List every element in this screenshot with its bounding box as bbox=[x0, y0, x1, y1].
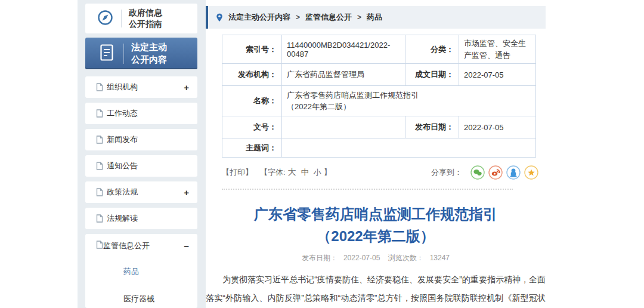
qq-share-icon[interactable] bbox=[506, 165, 521, 180]
sidebar-item-work-updates[interactable]: 工作动态 bbox=[85, 103, 197, 124]
written-date-label: 成文日期： bbox=[405, 64, 459, 86]
issuing-org-value: 广东省药品监督管理局 bbox=[282, 64, 405, 86]
font-size-control: 【字体: 大 中 小 】 bbox=[260, 167, 332, 178]
article-meta: 发布日期：2022-07-05 浏览次数：13247 bbox=[206, 253, 546, 263]
menu-label: 新闻发布 bbox=[107, 134, 189, 145]
page-icon bbox=[96, 83, 103, 91]
page: 政府信息 公开指南 法定主动 公开内容 组织机构 + bbox=[0, 0, 644, 308]
sidebar-item-supervision-info[interactable]: 监管信息公开 − bbox=[85, 234, 197, 258]
favorite-star-icon[interactable] bbox=[524, 165, 538, 180]
index-number-value: 11440000MB2D034421/2022-00487 bbox=[282, 35, 405, 64]
print-button[interactable]: 【打印】 bbox=[222, 167, 253, 178]
guide-title: 政府信息 公开指南 bbox=[129, 7, 162, 30]
sidebar-group-supervision-info: 监管信息公开 − 药品 医疗器械 bbox=[85, 234, 197, 308]
doc-number-label: 文号： bbox=[222, 116, 282, 138]
publish-date-label: 发布日期： bbox=[302, 254, 338, 262]
weibo-share-icon[interactable] bbox=[488, 165, 503, 180]
document-info-table: 索引号： 11440000MB2D034421/2022-00487 分类： 市… bbox=[222, 35, 536, 158]
doc-name-label: 名称： bbox=[222, 86, 282, 116]
article-paragraph: 为贯彻落实习近平总书记“疫情要防住、经济要稳住、发展要安全”的重要指示精神，全面… bbox=[206, 270, 546, 308]
table-row: 发布机构： 广东省药品监督管理局 成文日期： 2022-07-05 bbox=[222, 64, 536, 86]
main-content: 法定主动公开内容 > 监管信息公开 > 药品 索引号： 11440000MB2D… bbox=[206, 0, 546, 308]
menu-label: 组织机构 bbox=[107, 82, 184, 93]
issuing-org-label: 发布机构： bbox=[222, 64, 282, 86]
sidebar-item-law-interpretation[interactable]: 法规解读 bbox=[85, 208, 197, 229]
menu-label: 通知公告 bbox=[107, 161, 189, 171]
category-label: 分类： bbox=[405, 35, 459, 64]
breadcrumb-separator: > bbox=[296, 13, 300, 21]
expand-plus-icon[interactable]: + bbox=[184, 82, 189, 93]
menu-label: 监管信息公开 bbox=[103, 241, 184, 251]
sidebar-item-policies[interactable]: 政策法规 + bbox=[85, 181, 197, 203]
page-icon bbox=[96, 109, 103, 118]
page-icon bbox=[96, 188, 103, 196]
menu-label: 政策法规 bbox=[107, 187, 184, 198]
divider bbox=[123, 44, 124, 64]
menu-label: 工作动态 bbox=[107, 108, 189, 119]
location-pin-icon bbox=[216, 13, 223, 22]
doc-number-value bbox=[282, 116, 405, 138]
publish-date-value: 2022-07-05 bbox=[459, 116, 536, 138]
table-row: 名称： 广东省零售药店哨点监测工作规范指引 （2022年第二版） bbox=[222, 86, 536, 116]
font-size-large-button[interactable]: 大 bbox=[288, 167, 296, 178]
sidebar-item-legal-disclosure[interactable]: 法定主动 公开内容 bbox=[85, 38, 197, 69]
page-icon bbox=[96, 135, 103, 144]
sidebar-item-notices[interactable]: 通知公告 bbox=[85, 155, 197, 177]
document-icon bbox=[98, 43, 115, 64]
category-value: 市场监管、安全生产监管、通告 bbox=[459, 35, 536, 64]
share-label: 分享到： bbox=[431, 167, 462, 178]
breadcrumb: 法定主动公开内容 > 监管信息公开 > 药品 bbox=[206, 6, 546, 29]
breadcrumb-current-drugs: 药品 bbox=[367, 12, 382, 23]
doc-name-value: 广东省零售药店哨点监测工作规范指引 （2022年第二版） bbox=[282, 86, 536, 116]
page-icon bbox=[96, 162, 103, 170]
table-row: 主题词： bbox=[222, 138, 536, 158]
expand-plus-icon[interactable]: + bbox=[184, 187, 189, 198]
view-count-value: 13247 bbox=[430, 254, 450, 262]
page-icon bbox=[96, 214, 103, 223]
publish-date-label: 发布日期： bbox=[405, 116, 459, 138]
subject-words-value bbox=[282, 138, 536, 158]
sidebar-item-news[interactable]: 新闻发布 bbox=[85, 129, 197, 150]
dotted-separator bbox=[222, 189, 513, 190]
breadcrumb-separator: > bbox=[357, 13, 361, 21]
written-date-value: 2022-07-05 bbox=[459, 64, 536, 86]
breadcrumb-link-supervision-info[interactable]: 监管信息公开 bbox=[305, 12, 352, 23]
article-controls: 【打印】 【字体: 大 中 小 】 分享到： bbox=[222, 164, 538, 181]
index-number-label: 索引号： bbox=[222, 35, 282, 64]
sidebar-item-organization[interactable]: 组织机构 + bbox=[85, 76, 197, 98]
wechat-share-icon[interactable] bbox=[470, 165, 485, 180]
font-size-prefix: 【字体: bbox=[260, 167, 286, 178]
font-size-small-button[interactable]: 小 bbox=[314, 167, 321, 178]
active-section-title: 法定主动 公开内容 bbox=[131, 41, 167, 66]
sidebar-subitem-drugs[interactable]: 药品 bbox=[85, 258, 197, 285]
page-icon bbox=[96, 241, 103, 251]
table-row: 文号： 发布日期： 2022-07-05 bbox=[222, 116, 536, 138]
subject-words-label: 主题词： bbox=[222, 138, 282, 158]
sidebar: 政府信息 公开指南 法定主动 公开内容 组织机构 + bbox=[78, 0, 206, 308]
divider bbox=[121, 10, 122, 27]
font-size-suffix: 】 bbox=[324, 167, 332, 178]
view-count-label: 浏览次数： bbox=[388, 254, 424, 262]
table-row: 索引号： 11440000MB2D034421/2022-00487 分类： 市… bbox=[222, 35, 536, 64]
article-title: 广东省零售药店哨点监测工作规范指引 （2022年第二版） bbox=[206, 203, 546, 247]
compass-icon bbox=[97, 10, 113, 28]
sidebar-guide-card[interactable]: 政府信息 公开指南 bbox=[85, 4, 197, 33]
breadcrumb-link-legal-disclosure[interactable]: 法定主动公开内容 bbox=[228, 12, 290, 23]
sidebar-subitem-medical-devices[interactable]: 医疗器械 bbox=[85, 285, 197, 308]
menu-label: 法规解读 bbox=[107, 213, 189, 224]
collapse-minus-icon[interactable]: − bbox=[184, 241, 189, 251]
font-size-medium-button[interactable]: 中 bbox=[301, 167, 309, 178]
publish-date-value: 2022-07-05 bbox=[343, 254, 380, 262]
